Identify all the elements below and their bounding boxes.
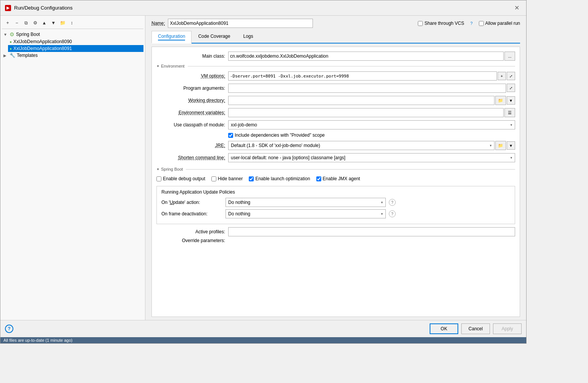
- share-vcs-help[interactable]: ?: [470, 21, 472, 26]
- spring-boot-expand-icon: ▼: [3, 32, 8, 37]
- shorten-cmd-select[interactable]: user-local default: none - java [options…: [228, 153, 515, 162]
- working-dir-input[interactable]: [228, 96, 495, 105]
- tree-spring-boot-parent[interactable]: ▼ ⚙ Spring Boot: [2, 31, 143, 38]
- copy-config-button[interactable]: ⧉: [22, 19, 30, 27]
- header-options: Share through VCS ? Allow parallel run: [418, 21, 520, 26]
- add-config-button[interactable]: +: [3, 19, 12, 27]
- shorten-cmd-label: Shorten command line:: [156, 155, 225, 160]
- jre-select[interactable]: Default (1.8 - SDK of 'xxl-job-demo' mod…: [228, 141, 495, 150]
- enable-jmx-label[interactable]: Enable JMX agent: [316, 176, 360, 181]
- jre-select-wrapper: Default (1.8 - SDK of 'xxl-job-demo' mod…: [228, 141, 495, 150]
- close-button[interactable]: ✕: [512, 3, 522, 12]
- main-class-input[interactable]: [228, 52, 504, 61]
- move-up-button[interactable]: ▲: [40, 19, 48, 27]
- tree-templates-parent[interactable]: ▶ 🔧 Templates: [2, 52, 143, 59]
- hide-banner-label[interactable]: Hide banner: [211, 176, 243, 181]
- share-vcs-text: Share through VCS: [424, 21, 464, 26]
- main-class-browse-button[interactable]: ...: [504, 52, 515, 61]
- name-input[interactable]: [168, 19, 313, 28]
- move-down-button[interactable]: ▼: [49, 19, 58, 27]
- on-frame-select[interactable]: Do nothing Update classes and resources …: [226, 209, 386, 218]
- include-deps-label[interactable]: Include dependencies with "Provided" sco…: [228, 133, 325, 138]
- env-vars-label: Environment variables:: [156, 110, 225, 115]
- env-vars-row: Environment variables: ☰: [156, 108, 515, 117]
- enable-launch-checkbox[interactable]: [249, 176, 254, 181]
- on-frame-help-icon[interactable]: ?: [389, 210, 396, 217]
- templates-expand-icon: ▶: [3, 53, 8, 58]
- app-icon: ▶: [5, 5, 11, 11]
- settings-button[interactable]: ⚙: [31, 19, 39, 27]
- templates-label: Templates: [17, 53, 38, 58]
- apply-button[interactable]: Apply: [493, 323, 522, 334]
- tab-configuration-label: Configuration: [158, 34, 185, 39]
- working-dir-dropdown-button[interactable]: ▼: [507, 96, 515, 105]
- tree-item-app8090[interactable]: ● XxlJobDemoApplication8090: [8, 38, 143, 45]
- vm-options-input[interactable]: [228, 71, 497, 81]
- jre-browse-button[interactable]: 📁: [495, 141, 506, 150]
- tab-code-coverage[interactable]: Code Coverage: [192, 31, 237, 43]
- override-params-row: Override parameters:: [156, 238, 515, 243]
- on-update-help-icon[interactable]: ?: [389, 199, 396, 206]
- share-vcs-checkbox[interactable]: [418, 21, 423, 26]
- program-args-input-group: ⤢: [228, 84, 515, 93]
- jre-input-group: Default (1.8 - SDK of 'xxl-job-demo' mod…: [228, 141, 515, 150]
- allow-parallel-label[interactable]: Allow parallel run: [479, 21, 520, 26]
- program-args-input[interactable]: [228, 84, 506, 93]
- vm-options-row: VM options: + ⤢: [156, 71, 515, 81]
- tab-logs[interactable]: Logs: [237, 31, 259, 43]
- update-policies-title: Running Application Update Policies: [161, 189, 510, 195]
- help-button[interactable]: ?: [5, 325, 13, 333]
- status-text: All files are up-to-date (1 minute ago): [3, 338, 72, 343]
- app8090-label: XxlJobDemoApplication8090: [13, 39, 72, 44]
- hide-banner-checkbox[interactable]: [211, 176, 216, 181]
- active-profiles-input[interactable]: [228, 227, 515, 236]
- working-dir-browse-button[interactable]: 📁: [495, 96, 506, 105]
- vm-options-add-button[interactable]: +: [498, 72, 506, 80]
- name-row: Name: Share through VCS ? Allow parallel…: [151, 19, 520, 28]
- jre-dropdown-button[interactable]: ▼: [507, 141, 515, 150]
- include-deps-text: Include dependencies with "Provided" sco…: [235, 133, 325, 138]
- enable-debug-label[interactable]: Enable debug output: [156, 176, 205, 181]
- enable-launch-text: Enable launch optimization: [255, 176, 310, 181]
- dialog-title: Run/Debug Configurations: [14, 5, 72, 11]
- folder-button[interactable]: 📁: [58, 19, 67, 27]
- tab-configuration[interactable]: Configuration: [151, 31, 192, 44]
- spring-boot-section: ▼ Spring Boot Enable debug output Hide b…: [156, 167, 515, 224]
- left-panel: + − ⧉ ⚙ ▲ ▼ 📁 ↕ ▼ ⚙ Spring Boot: [0, 16, 145, 320]
- remove-config-button[interactable]: −: [13, 19, 21, 27]
- spring-boot-triangle-icon: ▼: [156, 168, 159, 171]
- vm-options-expand-button[interactable]: ⤢: [507, 72, 515, 80]
- enable-launch-label[interactable]: Enable launch optimization: [249, 176, 310, 181]
- sort-button[interactable]: ↕: [68, 19, 76, 27]
- module-classpath-input-group: xxl-job-demo: [228, 120, 515, 129]
- on-update-select[interactable]: Do nothing Update classes and resources …: [226, 198, 386, 207]
- program-args-expand-button[interactable]: ⤢: [507, 84, 515, 92]
- name-label: Name:: [151, 21, 165, 26]
- env-vars-input[interactable]: [228, 108, 504, 117]
- main-class-row: Main class: ...: [156, 52, 515, 61]
- title-bar-left: ▶ Run/Debug Configurations: [5, 5, 72, 11]
- allow-parallel-checkbox[interactable]: [479, 21, 484, 26]
- share-vcs-label[interactable]: Share through VCS: [418, 21, 464, 26]
- spring-boot-section-label: Spring Boot: [161, 167, 183, 171]
- tree-item-app8091[interactable]: ● XxlJobDemoApplication8091: [8, 45, 143, 52]
- working-dir-input-group: 📁 ▼: [228, 96, 515, 105]
- env-vars-browse-button[interactable]: ☰: [504, 108, 515, 117]
- config-tree: ▼ ⚙ Spring Boot ● XxlJobDemoApplication8…: [2, 31, 143, 59]
- enable-debug-checkbox[interactable]: [156, 176, 161, 181]
- include-deps-row: Include dependencies with "Provided" sco…: [156, 133, 515, 138]
- include-deps-checkbox[interactable]: [228, 133, 233, 138]
- working-dir-row: Working directory: 📁 ▼: [156, 96, 515, 105]
- config-content: Main class: ... ▼ Environment VM options…: [151, 47, 520, 317]
- module-classpath-select[interactable]: xxl-job-demo: [228, 120, 515, 129]
- jre-label: JRE:: [156, 143, 225, 148]
- cancel-button[interactable]: Cancel: [461, 323, 490, 334]
- working-dir-label: Working directory:: [156, 98, 225, 103]
- module-classpath-select-wrapper: xxl-job-demo: [228, 120, 515, 129]
- enable-jmx-checkbox[interactable]: [316, 176, 321, 181]
- vm-options-input-group: + ⤢: [228, 71, 515, 81]
- active-profiles-row: Active profiles:: [156, 227, 515, 236]
- ok-button[interactable]: OK: [430, 323, 458, 334]
- on-frame-row: On frame deactivation: Do nothing Update…: [161, 209, 510, 218]
- right-panel: Name: Share through VCS ? Allow parallel…: [145, 16, 526, 320]
